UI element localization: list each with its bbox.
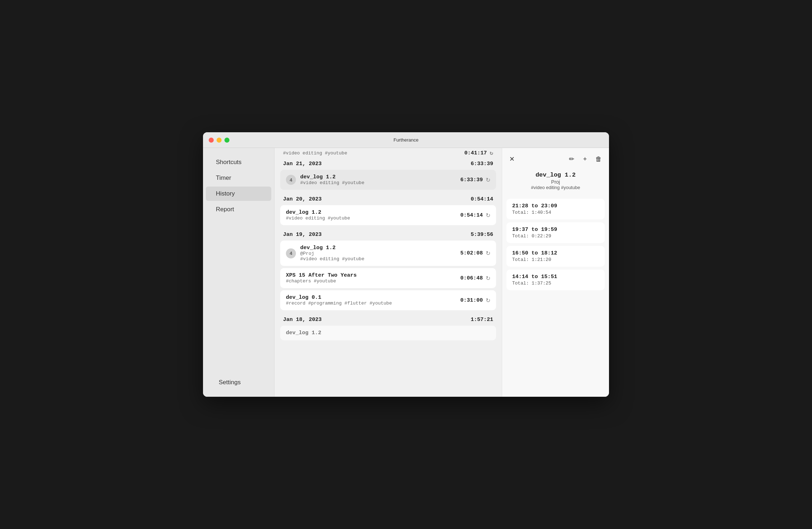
task-name: dev_log 1.2 [300, 174, 364, 180]
edit-button[interactable]: ✏ [568, 154, 576, 164]
refresh-icon[interactable]: ↻ [486, 212, 490, 219]
list-item[interactable]: 19:37 to 19:59 Total: 0:22:29 [506, 222, 605, 243]
table-row[interactable]: dev_log 1.2 [280, 326, 496, 340]
table-row[interactable]: 4 dev_log 1.2 @Proj#video editing #youtu… [280, 241, 496, 266]
session-time: 14:14 to 15:51 [512, 274, 599, 280]
task-info: dev_log 1.2 @Proj#video editing #youtube [300, 245, 364, 262]
task-card-right: 0:54:14 ↻ [460, 212, 490, 219]
partial-top-row: #video editing #youtube 0:41:17 ↻ [280, 148, 496, 157]
task-card-left: dev_log 0.1 #record #programming #flutte… [286, 295, 392, 306]
task-tags: #record #programming #flutter #youtube [286, 301, 392, 306]
task-info: dev_log 1.2 [286, 330, 321, 336]
window-title: Furtherance [393, 137, 419, 143]
refresh-icon[interactable]: ↻ [486, 297, 490, 304]
detail-sessions: 21:28 to 23:09 Total: 1:40:54 19:37 to 1… [502, 196, 609, 293]
titlebar: Furtherance [203, 132, 609, 148]
partial-tags: #video editing #youtube [283, 150, 347, 156]
refresh-icon[interactable]: ↻ [486, 177, 490, 183]
task-info: XPS 15 After Two Years #chapters #youtub… [286, 272, 357, 284]
day-total-jan18: 1:57:21 [471, 317, 493, 323]
list-item[interactable]: 16:50 to 18:12 Total: 1:21:20 [506, 246, 605, 267]
day-date-jan18: Jan 18, 2023 [283, 317, 322, 323]
table-row[interactable]: dev_log 0.1 #record #programming #flutte… [280, 290, 496, 310]
list-item[interactable]: 21:28 to 23:09 Total: 1:40:54 [506, 199, 605, 219]
close-button[interactable] [209, 138, 214, 143]
task-card-right: 6:33:39 ↻ [460, 177, 490, 183]
sidebar-item-timer[interactable]: Timer [206, 171, 271, 185]
task-info: dev_log 1.2 #video editing #youtube [300, 174, 364, 186]
task-card-left: XPS 15 After Two Years #chapters #youtub… [286, 272, 357, 284]
detail-task-tags: #video editing #youtube [508, 185, 603, 190]
day-group-jan19: Jan 19, 2023 5:39:56 4 dev_log 1.2 @Proj… [280, 227, 496, 310]
task-tags: #chapters #youtube [286, 278, 357, 284]
sidebar-item-history[interactable]: History [206, 187, 271, 201]
task-card-left: 4 dev_log 1.2 @Proj#video editing #youtu… [286, 245, 364, 262]
day-group-jan20: Jan 20, 2023 0:54:14 dev_log 1.2 #video … [280, 192, 496, 225]
detail-panel: ✕ ✏ + 🗑 dev_log 1.2 Proj #video editing … [502, 148, 609, 397]
task-duration: 5:02:08 [460, 250, 483, 256]
day-total-jan20: 0:54:14 [471, 196, 493, 202]
task-card-left: 4 dev_log 1.2 #video editing #youtube [286, 174, 364, 186]
task-name: dev_log 0.1 [286, 295, 392, 301]
partial-duration-row: 0:41:17 ↻ [464, 149, 493, 157]
session-total: Total: 0:22:29 [512, 233, 599, 239]
refresh-icon[interactable]: ↻ [486, 275, 490, 282]
task-info: dev_log 0.1 #record #programming #flutte… [286, 295, 392, 306]
task-tags: #video editing #youtube [286, 216, 350, 221]
day-header-jan19: Jan 19, 2023 5:39:56 [280, 227, 496, 241]
task-duration: 0:54:14 [460, 212, 483, 218]
partial-refresh-icon[interactable]: ↻ [490, 149, 493, 157]
day-total-jan21: 6:33:39 [471, 161, 493, 167]
sidebar-bottom: Settings [203, 375, 274, 390]
task-card-left: dev_log 1.2 [286, 330, 321, 336]
task-count-badge: 4 [286, 248, 296, 258]
detail-task-info: dev_log 1.2 Proj #video editing #youtube [502, 167, 609, 196]
delete-button[interactable]: 🗑 [594, 154, 603, 164]
task-count-badge: 4 [286, 175, 296, 185]
app-body: Shortcuts Timer History Report Settings … [203, 148, 609, 397]
day-date-jan21: Jan 21, 2023 [283, 161, 322, 167]
day-date-jan19: Jan 19, 2023 [283, 232, 322, 238]
traffic-lights [209, 138, 229, 143]
close-detail-button[interactable]: ✕ [508, 154, 516, 164]
history-list[interactable]: #video editing #youtube 0:41:17 ↻ Jan 21… [274, 148, 502, 397]
partial-duration: 0:41:17 [464, 150, 487, 156]
table-row[interactable]: 4 dev_log 1.2 #video editing #youtube 6:… [280, 170, 496, 190]
refresh-icon[interactable]: ↻ [486, 250, 490, 257]
day-date-jan20: Jan 20, 2023 [283, 196, 322, 202]
day-group-jan18: Jan 18, 2023 1:57:21 dev_log 1.2 [280, 312, 496, 340]
task-tags: @Proj#video editing #youtube [300, 251, 364, 262]
detail-task-name: dev_log 1.2 [508, 172, 603, 178]
list-item[interactable]: 14:14 to 15:51 Total: 1:37:25 [506, 270, 605, 290]
table-row[interactable]: XPS 15 After Two Years #chapters #youtub… [280, 268, 496, 288]
app-window: Furtherance Shortcuts Timer History Repo… [203, 132, 609, 397]
day-group-jan21: Jan 21, 2023 6:33:39 4 dev_log 1.2 #vide… [280, 157, 496, 190]
session-total: Total: 1:40:54 [512, 210, 599, 215]
minimize-button[interactable] [217, 138, 222, 143]
task-name: dev_log 1.2 [300, 245, 364, 251]
task-duration: 0:31:00 [460, 297, 483, 303]
task-card-right: 0:31:00 ↻ [460, 297, 490, 304]
session-total: Total: 1:37:25 [512, 281, 599, 286]
session-time: 19:37 to 19:59 [512, 227, 599, 233]
task-name: XPS 15 After Two Years [286, 272, 357, 278]
sidebar-item-shortcuts[interactable]: Shortcuts [206, 155, 271, 169]
add-button[interactable]: + [581, 154, 588, 164]
sidebar-item-report[interactable]: Report [206, 202, 271, 217]
session-time: 16:50 to 18:12 [512, 250, 599, 256]
day-total-jan19: 5:39:56 [471, 232, 493, 238]
task-card-left: dev_log 1.2 #video editing #youtube [286, 209, 350, 221]
detail-header: ✕ ✏ + 🗑 [502, 148, 609, 167]
sidebar-item-settings[interactable]: Settings [209, 375, 268, 390]
task-duration: 6:33:39 [460, 177, 483, 183]
task-info: dev_log 1.2 #video editing #youtube [286, 209, 350, 221]
day-header-jan20: Jan 20, 2023 0:54:14 [280, 192, 496, 205]
task-card-right: 0:06:48 ↻ [460, 275, 490, 282]
detail-task-project: Proj [508, 179, 603, 185]
task-name: dev_log 1.2 [286, 209, 350, 216]
fullscreen-button[interactable] [224, 138, 229, 143]
task-tags: #video editing #youtube [300, 180, 364, 186]
task-duration: 0:06:48 [460, 275, 483, 281]
table-row[interactable]: dev_log 1.2 #video editing #youtube 0:54… [280, 205, 496, 225]
day-header-jan18: Jan 18, 2023 1:57:21 [280, 312, 496, 326]
